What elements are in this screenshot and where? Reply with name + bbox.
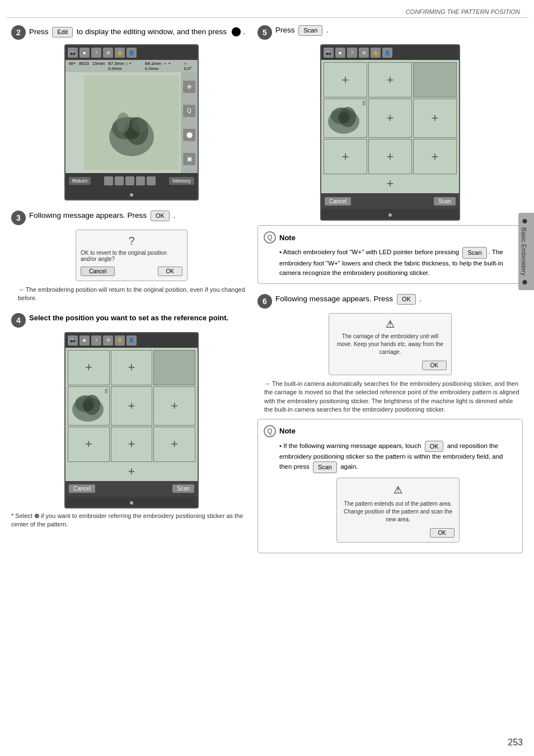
note5-bullet1: • Attach embroidery foot "W+" with LED p… bbox=[279, 247, 517, 278]
grid5-cell-mc[interactable]: + bbox=[368, 99, 412, 138]
step6-text: Following message appears. Press bbox=[275, 295, 393, 303]
ok-btn-note6[interactable]: OK bbox=[425, 441, 444, 452]
grid-cell-bc[interactable]: + bbox=[111, 427, 153, 462]
step-3: 3 Following message appears. Press OK . … bbox=[11, 211, 252, 303]
svg-point-4 bbox=[116, 113, 130, 133]
note6-text3: again. bbox=[340, 464, 358, 470]
note6-bullet-main: • If the following warning message appea… bbox=[279, 441, 517, 473]
svg-point-13 bbox=[338, 112, 349, 123]
footer-icon5 bbox=[147, 176, 156, 185]
info-angle: ○ 0.0° bbox=[184, 61, 194, 71]
grid-cell-tr[interactable] bbox=[153, 350, 195, 385]
s1-btn2[interactable]: Q bbox=[183, 105, 195, 117]
tb-person: 👤 bbox=[127, 48, 137, 58]
grid5-cell-tr[interactable] bbox=[413, 62, 457, 97]
small-dialog-note6: ⚠ The pattern extends out of the pattern… bbox=[336, 478, 460, 543]
question-icon: ? bbox=[81, 235, 182, 248]
screen4-body: + + 8 bbox=[65, 348, 198, 481]
grid5-cell-br[interactable]: + bbox=[413, 139, 457, 174]
tb5-camera: 📷 bbox=[324, 48, 334, 58]
warning-ok-btn-step6[interactable]: OK bbox=[422, 361, 447, 370]
warning-btn-row-step6: OK bbox=[334, 361, 447, 370]
screen4-footer: Cancel Scan bbox=[65, 481, 198, 497]
ok-button-step6[interactable]: OK bbox=[397, 294, 416, 305]
screen5-scan-btn[interactable]: Scan bbox=[434, 197, 456, 206]
step-5-title: Press Scan . bbox=[275, 25, 523, 36]
header-title: CONFIRMING THE PATTERN POSITION bbox=[406, 8, 520, 15]
footer-icon3 bbox=[125, 176, 134, 185]
svg-point-9 bbox=[82, 400, 93, 411]
footer-icon1 bbox=[104, 176, 113, 185]
screen5-extra: + bbox=[324, 176, 457, 191]
left-column: 2 Press Edit to display the editing wind… bbox=[11, 25, 252, 563]
screen2-toolbar: 📷 ■ 7 ⚙ 🔒 👤 bbox=[65, 45, 198, 60]
tb4-camera: 📷 bbox=[68, 335, 78, 346]
grid5-cell-bl[interactable]: + bbox=[324, 139, 367, 174]
dot-nav5 bbox=[388, 213, 392, 217]
grid-cell-tl[interactable]: + bbox=[68, 350, 110, 385]
s1-btn3[interactable]: ⬤ bbox=[183, 129, 195, 141]
grid-cell-mc[interactable]: + bbox=[111, 386, 153, 426]
grid-cell-mr[interactable]: + bbox=[153, 386, 195, 426]
grid-cell-tc[interactable]: + bbox=[111, 350, 153, 385]
scan-button-step5[interactable]: Scan bbox=[298, 25, 322, 36]
grid-cell-ml[interactable]: 8 bbox=[68, 386, 110, 426]
screen2-footer: Return Memory bbox=[65, 173, 198, 189]
screen2-memory-btn[interactable]: Memory bbox=[169, 177, 194, 185]
sidebar-icon2: ⬤ bbox=[522, 279, 527, 284]
step3-text: Following message appears. Press bbox=[29, 211, 147, 220]
position-grid: + + 8 bbox=[68, 350, 195, 462]
center-plus-btn[interactable]: + bbox=[128, 464, 135, 479]
tb5-sq: ■ bbox=[335, 48, 345, 58]
grid5-cell-mr[interactable]: + bbox=[413, 99, 457, 138]
grid-cell-bl[interactable]: + bbox=[68, 427, 110, 462]
dialog-cancel-btn[interactable]: Cancel bbox=[81, 267, 115, 276]
screen2-info: W+ 8023 15mm 87.3mm ↕ + 0.0mm 89.2mm ↔ +… bbox=[65, 60, 198, 72]
step-2-title: Press Edit to display the editing window… bbox=[29, 25, 252, 38]
grid-cell-br[interactable]: + bbox=[153, 427, 195, 462]
edit-button-inline[interactable]: Edit bbox=[52, 27, 73, 38]
screen2-right-panel: ⊕ Q ⬤ ▣ bbox=[181, 72, 198, 173]
grid5-cell-bc[interactable]: + bbox=[368, 139, 412, 174]
s1-btn4[interactable]: ▣ bbox=[183, 153, 195, 165]
tb-num: 7 bbox=[91, 48, 101, 58]
small-dialog-btn-row: OK bbox=[341, 528, 455, 538]
screen4-cancel-btn[interactable]: Cancel bbox=[69, 484, 95, 493]
info-num2: 15mm bbox=[92, 61, 105, 71]
warning-dialog-step6: ⚠ The carriage of the embroidery unit wi… bbox=[329, 313, 452, 375]
step-4-number: 4 bbox=[11, 313, 26, 328]
main-content: 2 Press Edit to display the editing wind… bbox=[6, 22, 528, 566]
small-dialog-ok-btn[interactable]: OK bbox=[430, 528, 455, 538]
page-header: CONFIRMING THE PATTERN POSITION bbox=[6, 6, 528, 18]
ok-button-step3[interactable]: OK bbox=[151, 211, 170, 221]
note5-content: • Attach embroidery foot "W+" with LED p… bbox=[279, 247, 517, 278]
dialog-ok-btn[interactable]: OK bbox=[158, 267, 182, 276]
tb4-sq: ■ bbox=[79, 335, 90, 346]
page-number: 253 bbox=[508, 738, 523, 748]
dialog-step3-text: OK to revert to the original position an… bbox=[81, 250, 182, 262]
screen4-scan-btn[interactable]: Scan bbox=[172, 484, 194, 493]
step-2-header: 2 Press Edit to display the editing wind… bbox=[11, 25, 252, 40]
step-3-title: Following message appears. Press OK . bbox=[29, 211, 252, 221]
screen4-canvas: + + 8 bbox=[68, 350, 195, 462]
step-2-number: 2 bbox=[11, 25, 26, 40]
note-step5: Q Note • Attach embroidery foot "W+" wit… bbox=[257, 225, 523, 284]
step-4-header: 4 Select the position you want to set as… bbox=[11, 313, 252, 328]
dot1 bbox=[130, 193, 133, 197]
sidebar-label: Basic Embroidery bbox=[521, 227, 527, 276]
screen4-toolbar: 📷 ■ 7 ⚙ 🔒 👤 bbox=[65, 333, 198, 348]
sidebar-icon1: ⬤ bbox=[522, 218, 527, 223]
grid5-cell-ml[interactable]: 8 bbox=[324, 99, 367, 138]
note2-step6: Q Note • If the following warning messag… bbox=[257, 419, 523, 554]
note6-text1: If the following warning message appears… bbox=[283, 442, 421, 449]
grid5-cell-tc[interactable]: + bbox=[368, 62, 412, 97]
note6-icon: Q bbox=[264, 425, 276, 437]
screen5-center-btn[interactable]: + bbox=[387, 176, 394, 191]
screen5-cancel-btn[interactable]: Cancel bbox=[325, 197, 351, 206]
grid5-cell-tl[interactable]: + bbox=[324, 62, 367, 97]
s1-btn1[interactable]: ⊕ bbox=[183, 81, 195, 93]
step5-prefix: Press bbox=[275, 26, 295, 34]
tb5-num: 7 bbox=[347, 48, 357, 58]
screen2-return-btn[interactable]: Return bbox=[69, 177, 91, 185]
scan-btn-note6[interactable]: Scan bbox=[313, 461, 337, 473]
